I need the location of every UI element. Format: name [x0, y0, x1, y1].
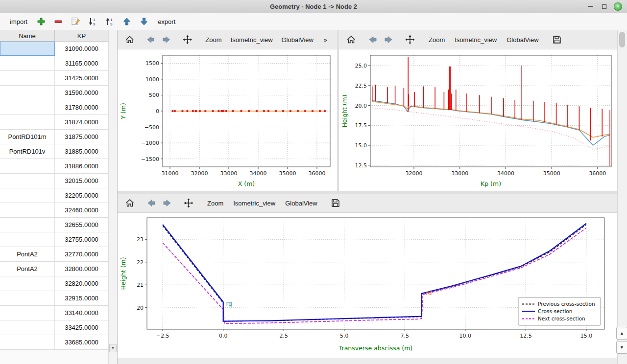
row-kp-cell[interactable]: 31875.0000 — [55, 130, 109, 144]
table-row[interactable]: 33425.0000 — [0, 320, 117, 335]
row-name-cell[interactable] — [0, 56, 55, 70]
isometric-view-button[interactable]: Isometric_view — [450, 32, 501, 47]
table-row[interactable]: 31886.0000 — [0, 159, 117, 174]
table-row[interactable]: 32015.0000 — [0, 174, 117, 188]
cross-section-chart[interactable]: −2.50.02.55.07.510.012.515.020212223Tran… — [118, 213, 617, 358]
row-name-cell[interactable]: PontA2 — [0, 262, 55, 276]
pan-button[interactable] — [181, 196, 196, 210]
pan-button[interactable] — [180, 32, 194, 47]
pan-button[interactable] — [403, 32, 417, 47]
row-name-cell[interactable] — [0, 306, 55, 320]
back-button[interactable] — [144, 32, 158, 47]
restore-button[interactable] — [600, 2, 608, 10]
row-kp-cell[interactable]: 32460.0000 — [55, 203, 109, 217]
row-kp-cell[interactable]: 32655.0000 — [55, 218, 109, 232]
table-row[interactable]: 32205.0000 — [0, 188, 117, 203]
forward-button[interactable] — [159, 32, 173, 47]
row-kp-cell[interactable]: 31590.0000 — [55, 86, 109, 100]
row-kp-cell[interactable]: 32015.0000 — [55, 174, 109, 188]
table-row[interactable]: 31780.0000 — [0, 100, 117, 115]
scrollbar-thumb[interactable] — [619, 32, 625, 47]
table-row[interactable]: PontA232770.0000 — [0, 247, 117, 262]
table-row[interactable]: 32915.0000 — [0, 291, 117, 306]
row-name-cell[interactable] — [0, 276, 55, 291]
zoom-button[interactable]: Zoom — [424, 32, 449, 47]
row-name-cell[interactable] — [0, 115, 55, 129]
edit-button[interactable] — [69, 15, 82, 28]
column-header-name[interactable]: Name — [0, 30, 55, 41]
row-name-cell[interactable] — [0, 174, 55, 188]
row-name-cell[interactable] — [0, 203, 55, 217]
row-kp-cell[interactable]: 32205.0000 — [55, 188, 109, 203]
table-row[interactable]: 32655.0000 — [0, 218, 117, 232]
home-button[interactable] — [122, 196, 137, 210]
save-button[interactable] — [329, 196, 342, 210]
minimize-button[interactable] — [586, 2, 594, 10]
row-kp-cell[interactable]: 33425.0000 — [55, 320, 109, 335]
column-header-kp[interactable]: KP — [55, 30, 109, 41]
global-view-button[interactable]: GlobalView — [281, 196, 322, 210]
toolbar-overflow-button[interactable]: » — [318, 32, 332, 47]
table-row[interactable]: PontA232800.0000 — [0, 262, 117, 276]
row-name-cell[interactable]: PontA2 — [0, 247, 55, 261]
scroll-down-button[interactable]: ▼ — [616, 341, 627, 354]
table-row[interactable]: 32820.0000 — [0, 276, 117, 291]
row-kp-cell[interactable]: 33685.0000 — [55, 335, 109, 349]
row-kp-cell[interactable]: 31885.0000 — [55, 144, 109, 159]
window-scrollbar[interactable]: ▲ ▼ — [617, 30, 627, 364]
row-kp-cell[interactable]: 32755.0000 — [55, 232, 109, 247]
table-row[interactable]: PontRD101m31875.0000 — [0, 130, 117, 144]
global-view-button[interactable]: GlobalView — [277, 32, 317, 47]
table-row[interactable]: 31874.0000 — [0, 115, 117, 130]
table-row[interactable]: 31590.0000 — [0, 86, 117, 100]
table-row[interactable]: 33140.0000 — [0, 306, 117, 320]
row-kp-cell[interactable]: 31886.0000 — [55, 159, 109, 173]
table-row[interactable]: 33685.0000 — [0, 335, 117, 350]
sort-ascending-button[interactable]: 19 — [103, 15, 116, 28]
row-kp-cell[interactable]: 31425.0000 — [55, 71, 109, 85]
close-button[interactable]: ✕ — [614, 2, 622, 11]
back-button[interactable] — [365, 32, 380, 47]
home-button[interactable] — [122, 32, 137, 47]
global-view-button[interactable]: GlobalView — [502, 32, 543, 47]
plan-view-chart[interactable]: 310003200033000340003500036000−1500−1000… — [118, 49, 337, 193]
row-name-cell[interactable] — [0, 232, 55, 247]
row-name-cell[interactable] — [0, 100, 55, 114]
row-kp-cell[interactable]: 33140.0000 — [55, 306, 109, 320]
table-scrollbar[interactable]: ▼ — [108, 30, 117, 364]
forward-button[interactable] — [160, 196, 174, 210]
export-button[interactable]: export — [155, 16, 178, 27]
zoom-button[interactable]: Zoom — [201, 32, 226, 47]
isometric-view-button[interactable]: Isometric_view — [227, 32, 276, 47]
remove-row-button[interactable] — [52, 15, 65, 28]
row-kp-cell[interactable]: 32770.0000 — [55, 247, 109, 261]
forward-button[interactable] — [381, 32, 396, 47]
row-kp-cell[interactable]: 31090.0000 — [55, 42, 109, 56]
isometric-view-button[interactable]: Isometric_view — [229, 196, 280, 210]
row-kp-cell[interactable]: 32800.0000 — [55, 262, 109, 276]
sort-descending-button[interactable]: 19 — [86, 15, 99, 28]
back-button[interactable] — [144, 196, 159, 210]
move-up-button[interactable] — [121, 15, 133, 28]
row-kp-cell[interactable]: 32820.0000 — [55, 276, 109, 291]
table-row[interactable]: 32460.0000 — [0, 203, 117, 218]
zoom-button[interactable]: Zoom — [203, 196, 228, 210]
table-scroll-down-button[interactable]: ▼ — [109, 344, 117, 352]
row-kp-cell[interactable]: 32915.0000 — [55, 291, 109, 305]
home-button[interactable] — [344, 32, 359, 47]
row-name-cell[interactable] — [0, 335, 55, 349]
row-name-cell[interactable]: PontRD101v — [0, 144, 55, 159]
import-button[interactable]: import — [7, 16, 30, 27]
row-kp-cell[interactable]: 31874.0000 — [55, 115, 109, 129]
scroll-up-button[interactable]: ▲ — [616, 327, 627, 340]
table-row[interactable]: PontRD101v31885.0000 — [0, 144, 117, 159]
table-row[interactable]: 31090.0000 — [0, 42, 117, 56]
row-name-cell[interactable]: PontRD101m — [0, 130, 55, 144]
table-row[interactable]: 31425.0000 — [0, 71, 117, 86]
table-row[interactable]: 32755.0000 — [0, 232, 117, 247]
table-row[interactable]: 31165.0000 — [0, 56, 117, 71]
move-down-button[interactable] — [138, 15, 150, 28]
row-name-cell[interactable] — [0, 320, 55, 335]
row-kp-cell[interactable]: 31165.0000 — [55, 56, 109, 70]
row-name-cell[interactable] — [0, 291, 55, 305]
